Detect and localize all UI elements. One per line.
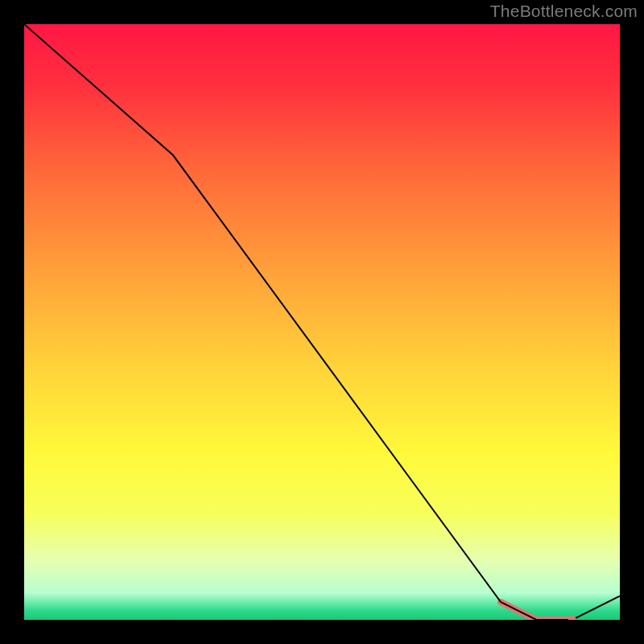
chart-svg — [24, 24, 620, 620]
watermark-label: TheBottleneck.com — [490, 2, 638, 21]
chart-background — [24, 24, 620, 620]
chart-frame: TheBottleneck.com — [0, 0, 644, 644]
chart-plot — [24, 24, 620, 620]
